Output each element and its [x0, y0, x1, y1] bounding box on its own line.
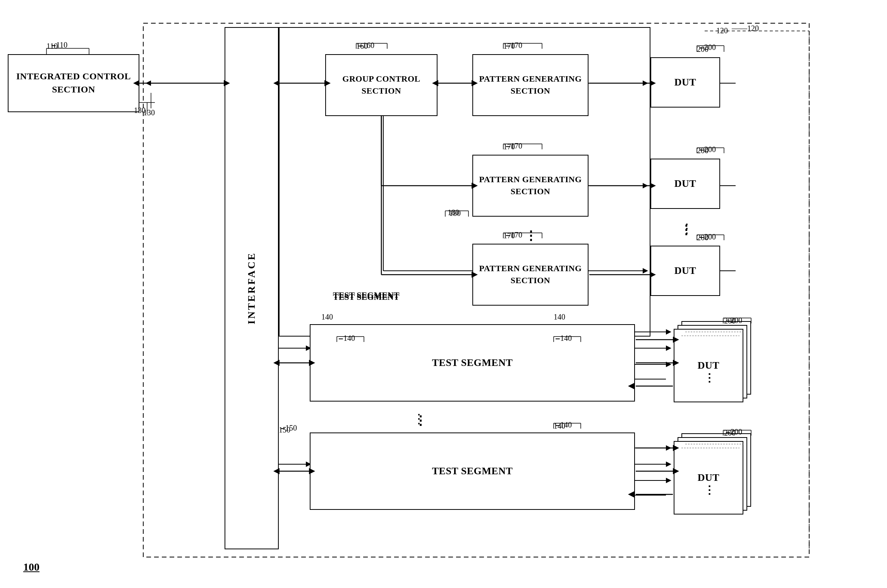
- interface-label: INTERFACE: [246, 252, 257, 324]
- label-200c-pos: ‒200: [699, 232, 716, 241]
- label-180-pos: 180: [448, 208, 459, 217]
- dut-1-label: DUT: [674, 77, 696, 88]
- label-140b-pos: ‒140: [555, 333, 572, 343]
- group-control-section-box: GROUP CONTROL SECTION: [325, 54, 437, 116]
- svg-marker-3: [146, 80, 151, 86]
- group-control-label: GROUP CONTROL SECTION: [342, 73, 420, 97]
- dots-pattern-gen: ⋮: [525, 228, 537, 243]
- dut-3-label: DUT: [674, 265, 696, 277]
- label-140c-pos: ‒140: [555, 420, 572, 429]
- dut-3-box: DUT: [650, 246, 720, 296]
- label-150-pos: ‒150: [280, 423, 297, 432]
- svg-marker-31: [666, 345, 671, 351]
- dots-between-segs: ⋮: [412, 411, 425, 426]
- integrated-control-section-box: INTEGRATED CONTROL SECTION: [8, 54, 139, 112]
- pattern-gen-2-box: PATTERN GENERATING SECTION: [472, 155, 588, 217]
- dut-4-label: DUT: [698, 360, 719, 371]
- pattern-gen-2-label: PATTERN GENERATING SECTION: [479, 174, 582, 198]
- label-170b-pos: ‒170: [506, 141, 522, 150]
- label-200a-pos: ‒200: [699, 43, 716, 52]
- label-130: 130: [134, 106, 146, 115]
- dut-1-box: DUT: [650, 57, 720, 108]
- label-140a-pos: ‒140: [338, 333, 355, 343]
- label-200d-pos: ‒200: [726, 316, 742, 325]
- test-segment-3-box: TEST SEGMENT: [310, 432, 635, 510]
- svg-marker-41: [666, 445, 671, 451]
- diagram: INTEGRATED CONTROL SECTION 110 130 INTER…: [0, 0, 887, 588]
- integrated-control-label: INTEGRATED CONTROL SECTION: [16, 70, 131, 96]
- dots-between-duts: ⋮: [680, 220, 693, 236]
- ref-140b-right: 140: [554, 313, 565, 321]
- dut-5-label: DUT: [698, 472, 719, 484]
- dut-4-box: DUT: [674, 329, 743, 402]
- label-110: ‒110: [51, 40, 67, 50]
- svg-marker-33: [666, 362, 671, 367]
- svg-marker-29: [666, 329, 671, 335]
- pattern-gen-3-label: PATTERN GENERATING SECTION: [479, 263, 582, 287]
- dut-2-box: DUT: [650, 159, 720, 209]
- interface-box: INTERFACE: [225, 27, 279, 549]
- label-120-pos: ——120: [732, 24, 759, 33]
- dots-dut-5: ⋮: [704, 484, 715, 496]
- ref-140b-top: 140: [321, 313, 333, 321]
- ref-100: 100: [23, 561, 39, 573]
- dut-5-box: DUT: [674, 441, 743, 514]
- label-160: ‒160: [358, 41, 374, 50]
- label-200e-pos: ‒200: [726, 427, 742, 436]
- label-200b-pos: ‒200: [699, 145, 716, 154]
- test-segment-2-label: TEST SEGMENT: [432, 357, 513, 369]
- test-segment-2-box: TEST SEGMENT: [310, 324, 635, 402]
- test-segment-3-label: TEST SEGMENT: [432, 465, 513, 477]
- label-170c-pos: ‒170: [506, 230, 522, 239]
- dut-2-label: DUT: [674, 178, 696, 190]
- pattern-gen-1-label: PATTERN GENERATING SECTION: [479, 73, 582, 97]
- pattern-gen-3-box: PATTERN GENERATING SECTION: [472, 244, 588, 306]
- ref-120: 120: [716, 26, 728, 35]
- pattern-gen-1-box: PATTERN GENERATING SECTION: [472, 54, 588, 116]
- svg-marker-43: [666, 462, 671, 467]
- dots-dut-4: ⋮: [704, 371, 715, 384]
- test-segment-1-text: TEST SEGMENT: [333, 292, 399, 302]
- label-170a: ‒170: [506, 41, 522, 50]
- svg-marker-45: [666, 478, 671, 483]
